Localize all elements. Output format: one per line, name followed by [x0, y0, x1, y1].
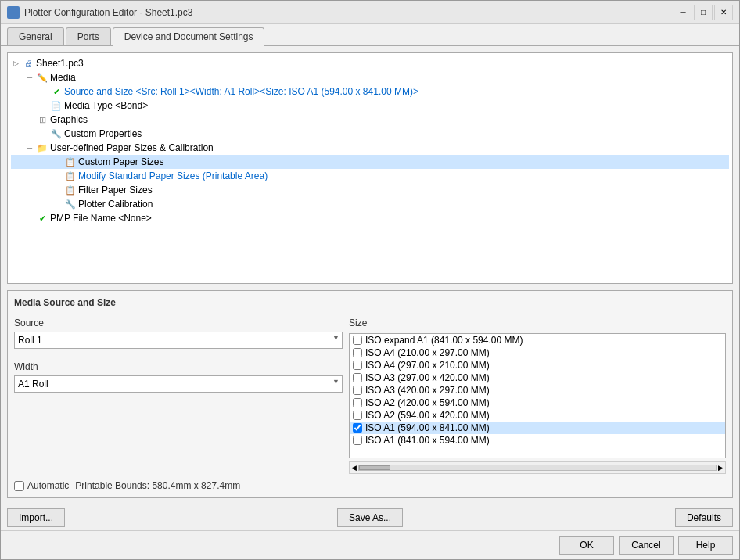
- tab-device-doc[interactable]: Device and Document Settings: [113, 27, 265, 46]
- size-check-7[interactable]: [353, 423, 362, 433]
- source-select[interactable]: Roll 1: [14, 332, 343, 349]
- tree-item-plotter-cal[interactable]: 🔧 Plotter Calibration: [11, 197, 729, 211]
- left-form-panel: Source Roll 1 Width A1 Roll: [14, 318, 343, 474]
- width-select-wrapper: A1 Roll: [14, 375, 343, 393]
- size-item-1[interactable]: ISO A4 (210.00 x 297.00 MM): [350, 346, 725, 359]
- graphics-label: Graphics: [50, 114, 88, 125]
- pmp-file-spacer: [25, 214, 34, 223]
- size-label-1: ISO A4 (210.00 x 297.00 MM): [365, 347, 490, 358]
- app-icon: [7, 6, 20, 19]
- cancel-button[interactable]: Cancel: [619, 536, 674, 555]
- tree-root[interactable]: ▷ 🖨 Sheet1.pc3: [11, 56, 729, 70]
- horizontal-scrollbar[interactable]: ◀ ▶: [349, 461, 726, 474]
- tree-item-modify-standard[interactable]: 📋 Modify Standard Paper Sizes (Printable…: [11, 169, 729, 183]
- tab-ports[interactable]: Ports: [66, 27, 111, 45]
- hscroll-left-arrow[interactable]: ◀: [350, 464, 358, 472]
- help-button[interactable]: Help: [678, 536, 733, 555]
- automatic-label: Automatic: [27, 480, 69, 491]
- dialog-buttons: OK Cancel Help: [1, 530, 739, 559]
- ok-button[interactable]: OK: [559, 536, 614, 555]
- width-field: Width A1 Roll: [14, 361, 343, 393]
- custom-paper-label: Custom Paper Sizes: [78, 156, 163, 167]
- main-content: ▷ 🖨 Sheet1.pc3 ─ ✏️ Media ✔ Source and S…: [1, 46, 739, 505]
- size-item-0[interactable]: ISO expand A1 (841.00 x 594.00 MM): [350, 334, 725, 346]
- pmp-file-icon: ✔: [36, 212, 48, 224]
- size-check-5[interactable]: [353, 398, 362, 407]
- custom-paper-icon: 📋: [64, 156, 77, 168]
- modify-standard-spacer: [53, 171, 63, 181]
- right-panel: Size ISO expand A1 (841.00 x 594.00 MM) …: [349, 318, 726, 474]
- minimize-button[interactable]: ─: [674, 5, 692, 20]
- hscroll-thumb[interactable]: [359, 465, 390, 470]
- tree-item-custom-paper[interactable]: 📋 Custom Paper Sizes: [11, 155, 729, 169]
- size-check-6[interactable]: [353, 411, 362, 420]
- size-item-8[interactable]: ISO A1 (841.00 x 594.00 MM): [350, 434, 725, 447]
- tree-item-media-type[interactable]: 📄 Media Type <Bond>: [11, 99, 729, 113]
- custom-props-icon: 🔧: [50, 127, 63, 140]
- width-select[interactable]: A1 Roll: [14, 375, 343, 393]
- size-item-4[interactable]: ISO A3 (420.00 x 297.00 MM): [350, 384, 725, 397]
- media-type-icon: 📄: [50, 99, 63, 112]
- size-check-4[interactable]: [353, 386, 362, 395]
- media-source-title: Media Source and Size: [14, 297, 726, 308]
- size-label-5: ISO A2 (420.00 x 594.00 MM): [365, 397, 490, 408]
- size-label-0: ISO expand A1 (841.00 x 594.00 MM): [365, 335, 523, 346]
- size-item-5[interactable]: ISO A2 (420.00 x 594.00 MM): [350, 397, 725, 409]
- window-controls: ─ □ ✕: [674, 5, 733, 20]
- save-as-button[interactable]: Save As...: [337, 508, 403, 527]
- source-size-spacer: [39, 87, 48, 96]
- tree-item-graphics[interactable]: ─ ⊞ Graphics: [11, 113, 729, 127]
- plotter-cal-spacer: [53, 199, 63, 209]
- source-size-icon: ✔: [50, 85, 63, 98]
- size-item-6[interactable]: ISO A2 (594.00 x 420.00 MM): [350, 409, 725, 422]
- tree-item-pmp-file[interactable]: ✔ PMP File Name <None>: [11, 211, 729, 225]
- pmp-file-label: PMP File Name <None>: [50, 213, 152, 224]
- filter-paper-icon: 📋: [64, 184, 77, 196]
- size-item-2[interactable]: ISO A4 (297.00 x 210.00 MM): [350, 359, 725, 372]
- graphics-icon: ⊞: [36, 113, 48, 126]
- defaults-button[interactable]: Defaults: [675, 508, 733, 527]
- printable-bounds: Printable Bounds: 580.4mm x 827.4mm: [75, 480, 240, 491]
- tree-item-media[interactable]: ─ ✏️ Media: [11, 70, 729, 84]
- size-check-0[interactable]: [353, 336, 362, 345]
- modify-standard-label: Modify Standard Paper Sizes (Printable A…: [78, 171, 268, 181]
- maximize-button[interactable]: □: [694, 5, 713, 20]
- right-buttons: Defaults: [675, 508, 733, 527]
- root-icon: 🖨: [22, 57, 34, 70]
- source-field: Source Roll 1: [14, 318, 343, 349]
- media-type-label: Media Type <Bond>: [64, 100, 148, 111]
- size-label-4: ISO A3 (420.00 x 297.00 MM): [365, 385, 490, 396]
- size-check-2[interactable]: [353, 361, 362, 370]
- source-size-label: Source and Size <Src: Roll 1><Width: A1 …: [64, 86, 418, 97]
- import-button[interactable]: Import...: [7, 508, 65, 527]
- tab-general[interactable]: General: [7, 27, 64, 45]
- size-check-8[interactable]: [353, 436, 362, 445]
- automatic-row: Automatic: [14, 480, 69, 491]
- size-label-8: ISO A1 (841.00 x 594.00 MM): [365, 435, 490, 446]
- plotter-cal-label: Plotter Calibration: [78, 199, 153, 210]
- tree-item-user-paper[interactable]: ─ 📁 User-defined Paper Sizes & Calibrati…: [11, 141, 729, 155]
- size-check-1[interactable]: [353, 348, 362, 357]
- size-list-wrap: ISO expand A1 (841.00 x 594.00 MM) ISO A…: [349, 333, 726, 458]
- tree-panel: ▷ 🖨 Sheet1.pc3 ─ ✏️ Media ✔ Source and S…: [7, 52, 733, 284]
- center-buttons: Save As...: [337, 508, 403, 527]
- plotter-cal-icon: 🔧: [64, 198, 77, 210]
- form-area: Source Roll 1 Width A1 Roll: [14, 318, 726, 474]
- title-bar: Plotter Configuration Editor - Sheet1.pc…: [1, 1, 739, 24]
- custom-props-label: Custom Properties: [64, 128, 142, 139]
- media-type-spacer: [39, 101, 48, 110]
- size-item-7[interactable]: ISO A1 (594.00 x 841.00 MM): [350, 422, 725, 434]
- tree-item-custom-props[interactable]: 🔧 Custom Properties: [11, 127, 729, 141]
- user-paper-icon: 📁: [36, 142, 48, 154]
- hscroll-right-arrow[interactable]: ▶: [717, 464, 725, 472]
- tree-item-source-size[interactable]: ✔ Source and Size <Src: Roll 1><Width: A…: [11, 84, 729, 99]
- close-button[interactable]: ✕: [714, 5, 733, 20]
- filter-paper-spacer: [53, 185, 63, 195]
- main-window: Plotter Configuration Editor - Sheet1.pc…: [0, 0, 740, 560]
- bottom-controls: Automatic Printable Bounds: 580.4mm x 82…: [14, 480, 726, 491]
- tree-item-filter-paper[interactable]: 📋 Filter Paper Sizes: [11, 183, 729, 197]
- filter-paper-label: Filter Paper Sizes: [78, 185, 153, 196]
- size-item-3[interactable]: ISO A3 (297.00 x 420.00 MM): [350, 372, 725, 384]
- size-check-3[interactable]: [353, 373, 362, 382]
- automatic-checkbox[interactable]: [14, 481, 24, 491]
